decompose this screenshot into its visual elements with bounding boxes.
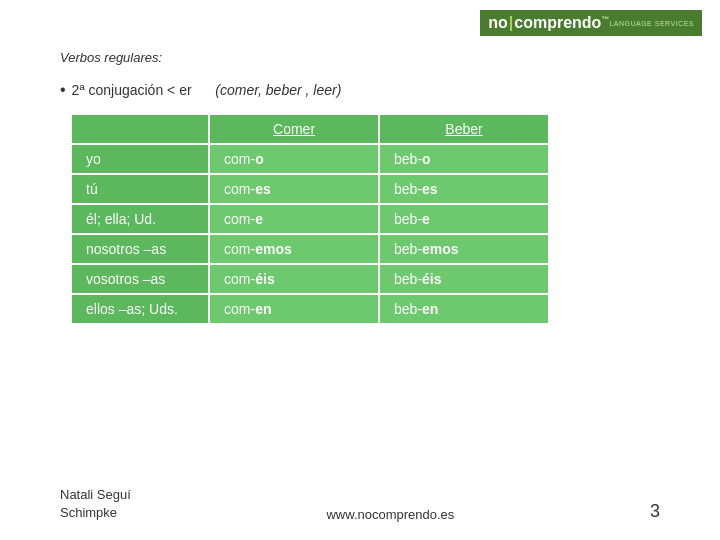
section-title: Verbos regulares:	[60, 50, 660, 65]
table-row: yocom-obeb-o	[71, 144, 549, 174]
comer-cell: com-emos	[209, 234, 379, 264]
logo: no|comprendo™ LANGUAGE SERVICES	[480, 10, 702, 36]
table-row: nosotros –ascom-emosbeb-emos	[71, 234, 549, 264]
pronoun-cell: ellos –as; Uds.	[71, 294, 209, 324]
pronoun-cell: vosotros –as	[71, 264, 209, 294]
beber-cell: beb-e	[379, 204, 549, 234]
footer: Natali SeguíSchimpke www.nocomprendo.es …	[0, 486, 720, 522]
logo-subtitle: LANGUAGE SERVICES	[609, 20, 694, 27]
pronoun-cell: tú	[71, 174, 209, 204]
examples-text: (comer, beber , leer)	[215, 82, 341, 98]
comer-cell: com-e	[209, 204, 379, 234]
beber-cell: beb-éis	[379, 264, 549, 294]
header-beber: Beber	[379, 114, 549, 144]
conjugation-table: Comer Beber yocom-obeb-otúcom-esbeb-esél…	[70, 113, 550, 325]
beber-cell: beb-emos	[379, 234, 549, 264]
pronoun-cell: él; ella; Ud.	[71, 204, 209, 234]
header-comer: Comer	[209, 114, 379, 144]
table-row: ellos –as; Uds.com-enbeb-en	[71, 294, 549, 324]
comer-cell: com-éis	[209, 264, 379, 294]
comer-cell: com-o	[209, 144, 379, 174]
comer-cell: com-en	[209, 294, 379, 324]
beber-cell: beb-o	[379, 144, 549, 174]
main-content: Verbos regulares: 2ª conjugación < er (c…	[0, 42, 720, 325]
footer-page: 3	[650, 501, 660, 522]
beber-cell: beb-es	[379, 174, 549, 204]
pronoun-cell: yo	[71, 144, 209, 174]
pronoun-cell: nosotros –as	[71, 234, 209, 264]
comer-cell: com-es	[209, 174, 379, 204]
header: no|comprendo™ LANGUAGE SERVICES	[0, 0, 720, 42]
bullet-text: 2ª conjugación < er	[72, 82, 192, 98]
footer-website: www.nocomprendo.es	[326, 507, 454, 522]
table-row: él; ella; Ud.com-ebeb-e	[71, 204, 549, 234]
footer-author: Natali SeguíSchimpke	[60, 486, 131, 522]
logo-text: no|comprendo™	[488, 14, 609, 32]
beber-cell: beb-en	[379, 294, 549, 324]
table-row: vosotros –ascom-éisbeb-éis	[71, 264, 549, 294]
table-row: túcom-esbeb-es	[71, 174, 549, 204]
table-header-row: Comer Beber	[71, 114, 549, 144]
bullet-line: 2ª conjugación < er (comer, beber , leer…	[60, 81, 660, 99]
header-empty	[71, 114, 209, 144]
